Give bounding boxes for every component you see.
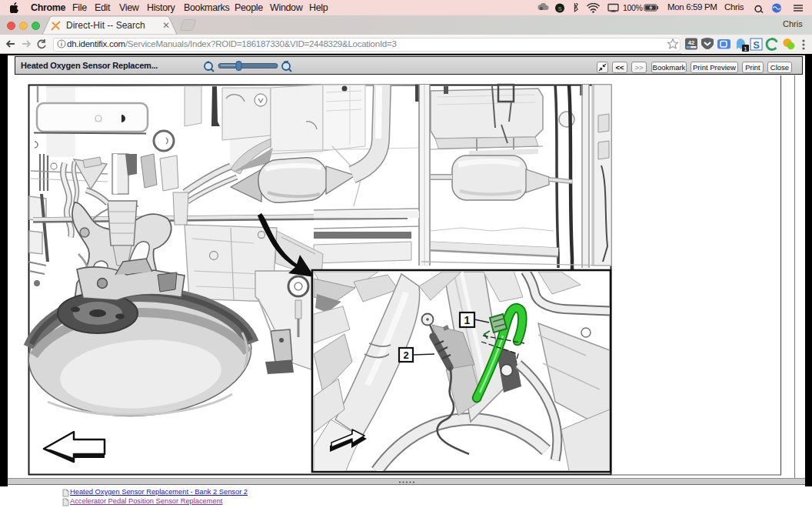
svg-text:1: 1: [464, 314, 471, 326]
svg-text:2: 2: [403, 349, 408, 361]
